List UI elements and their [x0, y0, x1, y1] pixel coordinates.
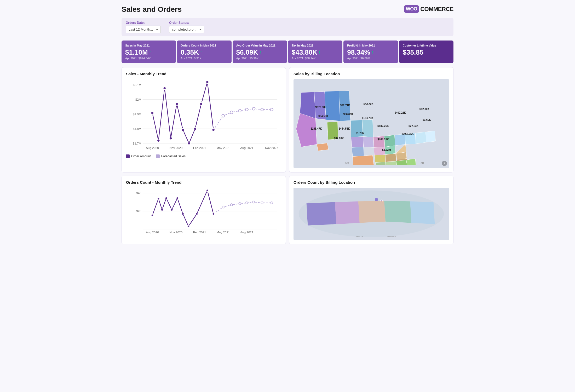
kpi-title-1: Orders Count in May 2021 [181, 44, 228, 47]
svg-text:Nov 202X: Nov 202X [265, 146, 278, 149]
kpi-card-3: Tax in May 2021 $43.80K ↑ Apr 2021: $38.… [288, 41, 342, 63]
state-nc [396, 152, 407, 159]
state-nv [317, 143, 329, 151]
sales-billing-location-panel: Sales by Billing Location [289, 67, 453, 172]
svg-marker-73 [358, 201, 386, 223]
orders-date-label: Orders Date: [126, 21, 161, 25]
state-tn [386, 161, 397, 165]
orders-location-map: NORTH AMERICA [294, 188, 449, 240]
sales-trend-title: Sales - Monthly Trend [126, 72, 281, 76]
kpi-arrow-2: ↑ [259, 50, 262, 55]
kpi-prev-3: Apr 2021: $38.94K [292, 57, 339, 60]
orders-billing-location-panel: Orders Count by Billing Location NORTH A… [289, 176, 453, 244]
sales-monthly-trend-panel: Sales - Monthly Trend $2.1M $2M $1.9M $1… [122, 67, 286, 172]
svg-point-24 [200, 103, 203, 106]
kpi-arrow-0: ↑ [149, 50, 151, 55]
legend-order-amount: Order Amount [126, 154, 151, 158]
svg-text:May 2021: May 2021 [216, 146, 230, 149]
state-sd [351, 137, 364, 148]
svg-point-20 [175, 103, 178, 106]
svg-text:340: 340 [136, 192, 141, 195]
orders-map-title: Orders Count by Billing Location [294, 180, 449, 185]
kpi-row: Sales in May 2021 $1.10M ↑ Apr 2021: $87… [122, 41, 453, 63]
billing-location-map: MX CU $378.98K $94.53K $195.47K $52.71K … [294, 79, 449, 168]
state-nd [350, 120, 363, 137]
svg-point-32 [261, 108, 263, 111]
kpi-value-0: $1.10M ↑ [125, 49, 172, 56]
svg-point-61 [246, 202, 248, 204]
order-status-select[interactable]: completed,pro... [169, 26, 204, 33]
kpi-title-5: Customer Lifetime Value [403, 44, 450, 47]
kpi-arrow-4: ↑ [371, 50, 374, 55]
state-wi [363, 137, 374, 148]
kpi-card-4: Profit % in May 2021 98.34% ↑ Apr 2021: … [343, 41, 398, 63]
kpi-title-2: Avg Order Value in May 2021 [236, 44, 283, 47]
state-mo [374, 155, 386, 163]
svg-point-18 [163, 87, 166, 90]
svg-point-33 [271, 108, 273, 111]
kpi-value-2: $6.09K ↑ [236, 49, 283, 56]
state-or [314, 91, 326, 120]
orders-trend-chart: 340 320 Aug 2020 Nov 2020 Feb 2021 May 2… [126, 188, 281, 235]
svg-marker-71 [307, 202, 336, 226]
woo-box: WOO [404, 5, 419, 13]
svg-text:Nov 2020: Nov 2020 [169, 230, 183, 234]
kpi-card-5: Customer Lifetime Value $35.85 [399, 41, 453, 63]
forecast-legend-box [156, 154, 160, 158]
order-amount-legend-box [126, 154, 130, 158]
svg-text:Aug 2021: Aug 2021 [240, 146, 253, 149]
kpi-value-4: 98.34% ↑ [347, 49, 394, 56]
kpi-card-1: Orders Count in May 2021 0.35K ↑ Apr 202… [177, 41, 231, 63]
state-mn [362, 119, 373, 137]
svg-point-47 [151, 214, 154, 216]
svg-point-54 [187, 225, 190, 227]
svg-text:Feb 2021: Feb 2021 [193, 230, 206, 234]
svg-text:Aug 2020: Aug 2020 [146, 230, 159, 234]
svg-point-55 [196, 213, 198, 215]
forecasted-sales-label: Forecasted Sales [161, 154, 186, 158]
kpi-value-3: $43.80K ↑ [292, 49, 339, 56]
svg-point-53 [182, 213, 184, 215]
state-tx [353, 155, 374, 165]
svg-text:Feb 2021: Feb 2021 [193, 146, 206, 149]
page-title: Sales and Orders [122, 5, 182, 14]
svg-text:Aug 2021: Aug 2021 [240, 230, 253, 234]
svg-text:$1.8M: $1.8M [133, 127, 141, 130]
svg-point-63 [261, 202, 263, 204]
kpi-title-4: Profit % in May 2021 [347, 44, 394, 47]
svg-point-26 [212, 129, 215, 131]
svg-point-27 [222, 114, 225, 117]
svg-point-60 [239, 203, 241, 205]
us-map-svg: MX CU [294, 79, 449, 168]
svg-text:$1.7M: $1.7M [133, 142, 141, 145]
orders-date-select[interactable]: Last 12 Month... [126, 26, 161, 33]
kpi-prev-2: Apr 2021: $5.99K [236, 57, 283, 60]
svg-point-49 [161, 209, 163, 211]
state-ar [375, 162, 386, 165]
sales-trend-svg: $2.1M $2M $1.9M $1.8M $1.7M Aug 2020 Nov… [126, 79, 281, 152]
kpi-prev-4: Apr 2021: 96.86% [347, 57, 394, 60]
svg-point-19 [169, 137, 172, 140]
charts-row-2: Orders Count - Monthly Trend 340 320 Aug… [122, 176, 453, 244]
state-ky [385, 153, 396, 162]
svg-point-64 [271, 202, 273, 204]
state-ia [374, 147, 385, 155]
svg-point-52 [176, 197, 179, 199]
state-oh [385, 146, 396, 155]
svg-point-28 [230, 111, 233, 114]
svg-marker-72 [335, 201, 360, 224]
state-ne [352, 147, 364, 157]
woocommerce-logo: WOO COMMERCE [404, 5, 453, 13]
svg-text:$2M: $2M [135, 98, 141, 101]
svg-text:AMERICA: AMERICA [387, 235, 396, 238]
svg-point-58 [222, 206, 225, 208]
kpi-title-0: Sales in May 2021 [125, 44, 172, 47]
svg-text:CU: CU [421, 162, 424, 164]
kpi-card-0: Sales in May 2021 $1.10M ↑ Apr 2021: $87… [122, 41, 176, 63]
svg-text:Aug 2020: Aug 2020 [146, 146, 159, 149]
kpi-arrow-1: ↑ [200, 50, 202, 55]
svg-text:$1.9M: $1.9M [133, 112, 141, 116]
orders-trend-svg: 340 320 Aug 2020 Nov 2020 Feb 2021 May 2… [126, 188, 281, 235]
svg-text:NORTH: NORTH [356, 235, 363, 238]
kpi-prev-1: Apr 2021: 0.31K [181, 57, 228, 60]
